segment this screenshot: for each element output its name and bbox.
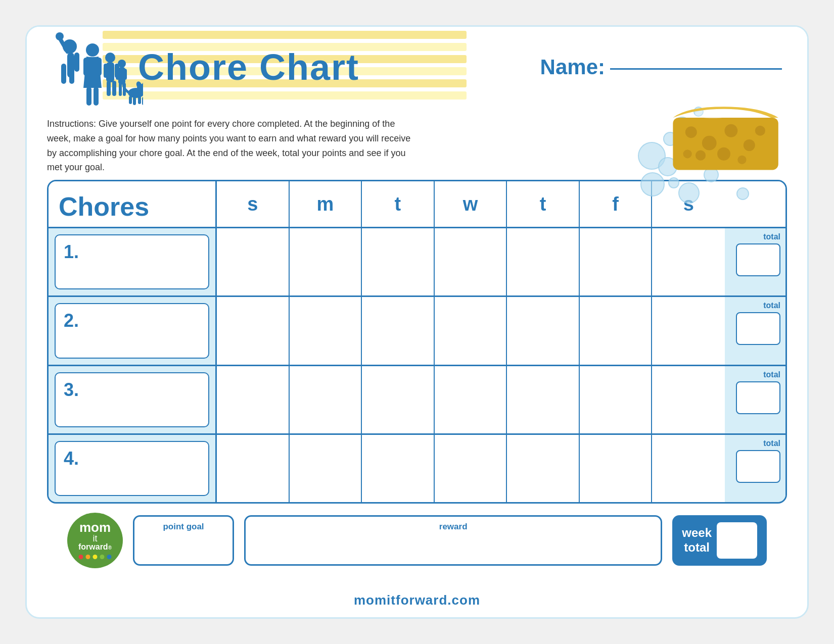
svg-point-48: [683, 150, 692, 158]
day-header-t2: t: [507, 181, 580, 227]
week-total-box: week total: [672, 515, 767, 566]
day-cell-3-s1[interactable]: [217, 366, 290, 433]
name-field-area: Name:: [540, 55, 782, 79]
logo-it: it: [92, 534, 97, 543]
day-cells-row-1: [215, 228, 725, 295]
day-cell-1-s2[interactable]: [652, 228, 725, 295]
svg-point-46: [755, 126, 765, 136]
week-total-input[interactable]: [717, 522, 757, 559]
svg-rect-24: [112, 81, 116, 96]
svg-point-47: [737, 156, 746, 164]
day-cell-2-w[interactable]: [435, 297, 507, 364]
total-col-2: total: [725, 297, 785, 364]
name-label: Name:: [540, 55, 605, 79]
day-cell-4-s2[interactable]: [652, 435, 725, 502]
svg-rect-11: [69, 64, 74, 84]
svg-point-44: [696, 151, 706, 161]
day-header-m: m: [290, 181, 362, 227]
svg-rect-18: [94, 87, 99, 106]
day-cell-4-f[interactable]: [580, 435, 653, 502]
day-cell-4-t1[interactable]: [362, 435, 435, 502]
total-box-2[interactable]: [736, 312, 780, 345]
day-cell-4-s1[interactable]: [217, 435, 290, 502]
svg-point-13: [56, 32, 64, 40]
day-cell-4-t2[interactable]: [507, 435, 580, 502]
day-cell-1-s1[interactable]: [217, 228, 290, 295]
day-cells-row-4: [215, 435, 725, 502]
svg-point-40: [685, 126, 697, 138]
week-total-text-area: week total: [682, 526, 712, 555]
day-cell-1-f[interactable]: [580, 228, 653, 295]
chore-row-1: 1. total: [49, 228, 785, 297]
day-cell-3-f[interactable]: [580, 366, 653, 433]
day-cell-2-t2[interactable]: [507, 297, 580, 364]
bottom-footer: momitforward.com: [27, 587, 807, 617]
total-box-1[interactable]: [736, 243, 780, 276]
chore-chart-page: Chore Chart Name: Instructions: Give you…: [25, 25, 809, 619]
dot-blue: [107, 555, 112, 559]
day-cell-2-f[interactable]: [580, 297, 653, 364]
point-goal-box[interactable]: point goal: [133, 515, 234, 566]
dot-orange: [86, 555, 90, 559]
chore-row-4: 4. total: [49, 435, 785, 502]
day-cell-3-s2[interactable]: [652, 366, 725, 433]
day-cell-1-w[interactable]: [435, 228, 507, 295]
svg-rect-17: [86, 87, 91, 106]
dot-green: [100, 555, 105, 559]
bubble: [640, 172, 665, 196]
svg-rect-28: [123, 69, 127, 80]
day-cell-2-s1[interactable]: [217, 297, 290, 364]
reward-box[interactable]: reward: [244, 515, 662, 566]
chores-label: Chores: [59, 191, 149, 222]
logo-mom: mom: [79, 521, 111, 534]
chore-name-box-3[interactable]: 3.: [55, 372, 209, 427]
chore-name-cell-4: 4.: [49, 435, 215, 502]
svg-rect-35: [129, 96, 132, 104]
dot-red: [79, 555, 83, 559]
chore-name-box-4[interactable]: 4.: [55, 441, 209, 496]
total-label-4: total: [763, 439, 780, 448]
day-cell-4-w[interactable]: [435, 435, 507, 502]
svg-rect-39: [673, 118, 778, 170]
reward-label: reward: [439, 522, 468, 532]
family-silhouette: [42, 32, 143, 108]
day-cell-3-m[interactable]: [290, 366, 362, 433]
total-box-3[interactable]: [736, 381, 780, 414]
chore-name-cell-1: 1.: [49, 228, 215, 295]
svg-rect-37: [138, 96, 141, 104]
total-box-4[interactable]: [736, 450, 780, 483]
svg-point-41: [702, 136, 717, 151]
day-cells-row-2: [215, 297, 725, 364]
chore-name-cell-2: 2.: [49, 297, 215, 364]
day-cell-4-m[interactable]: [290, 435, 362, 502]
svg-rect-15: [83, 58, 88, 76]
day-cell-1-m[interactable]: [290, 228, 362, 295]
svg-point-25: [118, 60, 126, 68]
chore-name-box-2[interactable]: 2.: [55, 303, 209, 358]
chores-header-cell: Chores: [49, 181, 215, 227]
svg-rect-27: [116, 69, 120, 80]
day-cell-2-s2[interactable]: [652, 297, 725, 364]
day-cell-1-t2[interactable]: [507, 228, 580, 295]
day-cell-3-t1[interactable]: [362, 366, 435, 433]
bubble: [668, 177, 679, 188]
svg-point-14: [86, 43, 99, 57]
svg-rect-1: [103, 31, 467, 39]
total-label-1: total: [763, 232, 780, 241]
day-header-w: w: [435, 181, 507, 227]
website-url: momitforward.com: [354, 592, 480, 608]
svg-rect-6: [103, 91, 467, 100]
chore-name-box-1[interactable]: 1.: [55, 234, 209, 289]
day-cell-3-w[interactable]: [435, 366, 507, 433]
day-cell-2-m[interactable]: [290, 297, 362, 364]
svg-rect-16: [97, 58, 102, 76]
chore-rows: 1. total: [49, 228, 785, 502]
day-cell-2-t1[interactable]: [362, 297, 435, 364]
day-cell-1-t1[interactable]: [362, 228, 435, 295]
name-underline[interactable]: [610, 65, 782, 70]
footer-bar: mom it forward® point goal reward: [47, 504, 787, 577]
main-content: Chores s m t w t f s 1.: [27, 180, 807, 587]
svg-rect-23: [107, 81, 111, 96]
day-cell-3-t2[interactable]: [507, 366, 580, 433]
week-total-label-line2: total: [684, 540, 710, 555]
